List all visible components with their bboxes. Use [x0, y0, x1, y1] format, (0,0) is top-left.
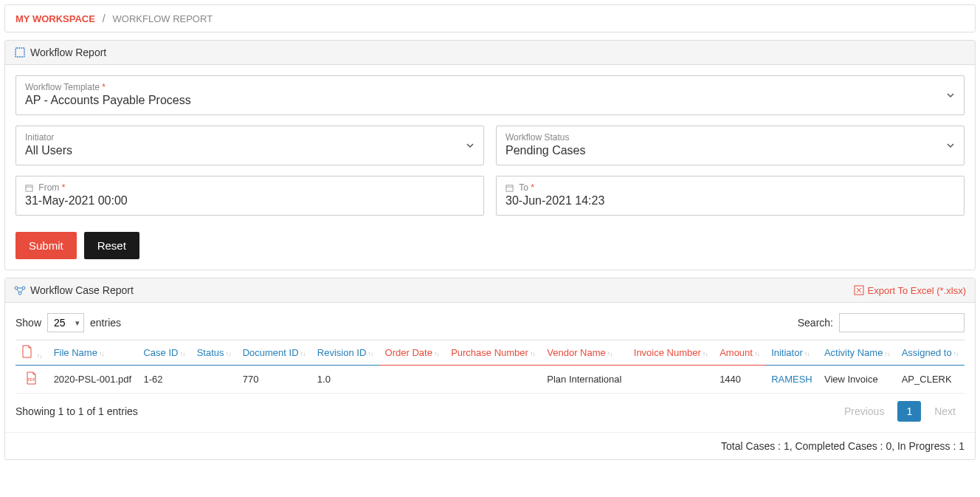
cell-invoice-number [628, 366, 714, 394]
table-scroll[interactable]: ↑↓ File Name↑↓ Case ID↑↓ Status↑↓ Docume… [15, 340, 965, 394]
from-date-value: 31-May-2021 00:00 [25, 194, 128, 207]
col-file-icon[interactable]: ↑↓ [15, 340, 48, 366]
initiator-value: All Users [25, 144, 72, 157]
workflow-status-label: Workflow Status [505, 132, 955, 143]
search-input[interactable] [839, 313, 965, 332]
pagination: Previous 1 Next [835, 401, 965, 422]
cell-activity-name: View Invoice [818, 366, 896, 394]
workflow-status-select[interactable]: Workflow Status Pending Cases [496, 126, 965, 165]
case-report-title: Workflow Case Report [30, 284, 134, 296]
svg-point-6 [22, 287, 25, 289]
svg-text:PDF: PDF [28, 377, 35, 382]
from-date-label: From [38, 182, 59, 193]
totals-summary: Total Cases : 1, Completed Cases : 0, In… [5, 432, 975, 459]
col-initiator[interactable]: Initiator↑↓ [765, 340, 818, 366]
case-report-table: ↑↓ File Name↑↓ Case ID↑↓ Status↑↓ Docume… [15, 340, 965, 394]
excel-icon [854, 285, 864, 295]
col-activity-name[interactable]: Activity Name↑↓ [818, 340, 896, 366]
initiator-label: Initiator [25, 132, 475, 143]
workflow-template-value: AP - Accounts Payable Process [25, 94, 191, 106]
col-file-name[interactable]: File Name↑↓ [48, 340, 138, 366]
export-excel-label: Export To Excel (*.xlsx) [868, 285, 966, 296]
export-excel-link[interactable]: Export To Excel (*.xlsx) [854, 285, 966, 296]
workflow-status-value: Pending Cases [505, 144, 586, 157]
cell-assigned-to: AP_CLERK [896, 366, 965, 394]
entries-per-page: Show 25 ▾ entries [15, 313, 121, 332]
col-invoice-number[interactable]: Invoice Number↑↓ [628, 340, 714, 366]
breadcrumb-home[interactable]: MY WORKSPACE [15, 13, 95, 24]
cell-purchase-number [445, 366, 541, 394]
pagination-next: Next [925, 401, 965, 422]
breadcrumb: MY WORKSPACE / WORKFLOW REPORT [4, 4, 976, 32]
report-icon [14, 47, 26, 58]
col-purchase-number[interactable]: Purchase Number↑↓ [445, 340, 541, 366]
svg-rect-3 [506, 185, 513, 191]
cell-vendor-name: Plan International [541, 366, 628, 394]
cell-status [191, 366, 237, 394]
panel-title: Workflow Report [30, 47, 106, 58]
col-document-id[interactable]: Document ID↑↓ [237, 340, 311, 366]
workflow-template-label: Workflow Template [25, 82, 100, 92]
col-assigned-to[interactable]: Assigned to↑↓ [896, 340, 965, 366]
svg-rect-1 [26, 185, 32, 191]
col-status[interactable]: Status↑↓ [191, 340, 237, 366]
col-vendor-name[interactable]: Vendor Name↑↓ [541, 340, 628, 366]
entries-select[interactable]: 25 [47, 313, 84, 332]
col-case-id[interactable]: Case ID↑↓ [137, 340, 190, 366]
col-amount[interactable]: Amount↑↓ [714, 340, 765, 366]
col-order-date[interactable]: Order Date↑↓ [379, 340, 446, 366]
search-label: Search: [798, 317, 833, 329]
col-revision-id[interactable]: Revision ID↑↓ [311, 340, 379, 366]
cell-case-id: 1-62 [137, 366, 190, 394]
workflow-icon [14, 284, 26, 296]
to-date-input[interactable]: To * 30-Jun-2021 14:23 [496, 176, 965, 216]
pagination-page-1[interactable]: 1 [897, 401, 921, 422]
show-label-post: entries [90, 317, 121, 329]
table-row[interactable]: PDF 2020-PSL-001.pdf 1-62 770 1.0 Plan I… [15, 366, 965, 394]
svg-rect-0 [15, 48, 24, 57]
chevron-down-icon [946, 141, 955, 150]
cell-revision-id: 1.0 [311, 366, 379, 394]
workflow-case-report-header: Workflow Case Report Export To Excel (*.… [5, 278, 975, 303]
cell-document-id: 770 [237, 366, 311, 394]
workflow-report-panel: Workflow Report Workflow Template * AP -… [4, 40, 976, 270]
workflow-template-select[interactable]: Workflow Template * AP - Accounts Payabl… [15, 75, 965, 115]
to-date-value: 30-Jun-2021 14:23 [505, 194, 604, 207]
cell-file-name: 2020-PSL-001.pdf [48, 366, 138, 394]
submit-button[interactable]: Submit [15, 232, 77, 259]
chevron-down-icon [946, 91, 955, 100]
show-label-pre: Show [15, 317, 41, 329]
chevron-down-icon [466, 141, 475, 150]
pdf-icon[interactable]: PDF [15, 366, 48, 394]
cell-order-date [379, 366, 446, 394]
workflow-case-report-panel: Workflow Case Report Export To Excel (*.… [4, 278, 976, 460]
initiator-select[interactable]: Initiator All Users [15, 126, 484, 165]
from-date-input[interactable]: From * 31-May-2021 00:00 [15, 176, 484, 216]
pagination-prev: Previous [835, 401, 893, 422]
breadcrumb-separator: / [103, 13, 106, 24]
showing-entries-text: Showing 1 to 1 of 1 entries [15, 405, 138, 417]
calendar-icon [505, 184, 514, 192]
breadcrumb-current: WORKFLOW REPORT [113, 13, 213, 24]
workflow-report-header: Workflow Report [5, 41, 975, 65]
cell-amount: 1440 [714, 366, 765, 394]
to-date-label: To [519, 182, 528, 193]
svg-point-5 [15, 287, 18, 289]
calendar-icon [25, 184, 33, 192]
reset-button[interactable]: Reset [84, 232, 139, 259]
cell-initiator[interactable]: RAMESH [765, 366, 818, 394]
